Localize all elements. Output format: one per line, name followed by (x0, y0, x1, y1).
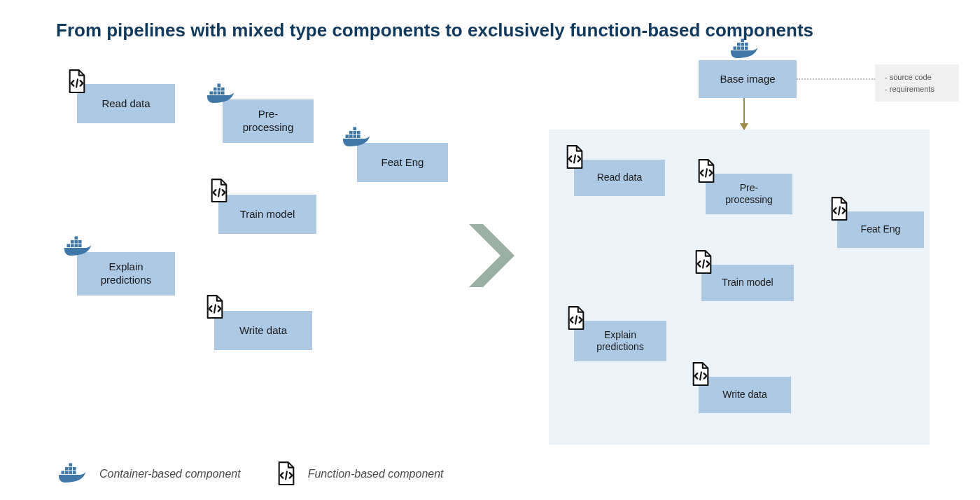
left-box-read-data-label: Read data (102, 97, 150, 111)
docker-icon (729, 38, 760, 62)
info-line-requirements: - requirements (885, 83, 949, 95)
right-box-train-model: Train model (701, 265, 794, 301)
code-file-icon (696, 158, 717, 185)
right-box-explain-label: Explain predictions (596, 329, 644, 354)
left-box-explain-label: Explain predictions (101, 261, 152, 287)
docker-icon (57, 462, 88, 486)
right-box-write-data: Write data (699, 377, 791, 413)
code-file-icon (693, 249, 714, 276)
right-box-explain: Explain predictions (574, 321, 666, 361)
legend-item-container: Container-based component (57, 462, 241, 486)
info-tag: - source code - requirements (875, 64, 959, 102)
code-file-icon (204, 294, 225, 321)
info-line-source: - source code (885, 71, 949, 83)
right-box-write-data-label: Write data (722, 389, 767, 401)
docker-icon (206, 83, 237, 106)
right-box-train-model-label: Train model (722, 277, 773, 289)
docker-icon (342, 126, 372, 150)
right-box-feat-eng: Feat Eng (837, 211, 924, 248)
code-file-icon (690, 361, 711, 388)
legend-function-label: Function-based component (308, 468, 444, 480)
diagram-canvas: Read data Pre- processing Feat Eng Train… (0, 0, 980, 500)
right-box-read-data: Read data (574, 160, 665, 196)
right-box-base-image: Base image (699, 60, 797, 98)
left-box-write-data-label: Write data (239, 324, 287, 338)
code-file-icon (209, 178, 230, 204)
left-box-train-model-label: Train model (240, 208, 295, 221)
code-file-icon (829, 196, 850, 223)
right-box-preprocessing: Pre- processing (706, 174, 792, 214)
right-box-read-data-label: Read data (597, 172, 643, 184)
left-box-train-model: Train model (218, 195, 316, 234)
legend: Container-based component Function-based… (57, 461, 444, 487)
transition-arrow-icon (462, 224, 525, 287)
code-file-icon (564, 144, 585, 171)
right-box-base-image-label: Base image (720, 73, 775, 86)
left-box-read-data: Read data (77, 84, 175, 123)
right-box-preprocessing-label: Pre- processing (725, 182, 773, 207)
code-file-icon (66, 69, 88, 95)
docker-icon (63, 235, 94, 259)
left-box-write-data: Write data (214, 311, 312, 350)
dotted-connector (797, 78, 875, 80)
legend-item-function: Function-based component (276, 461, 444, 487)
base-image-arrow (743, 98, 745, 130)
code-file-icon (566, 305, 587, 332)
left-box-preprocessing-label: Pre- processing (243, 108, 294, 134)
right-box-feat-eng-label: Feat Eng (861, 223, 901, 236)
left-box-feat-eng-label: Feat Eng (382, 156, 424, 169)
legend-container-label: Container-based component (99, 468, 241, 480)
code-file-icon (276, 461, 297, 487)
